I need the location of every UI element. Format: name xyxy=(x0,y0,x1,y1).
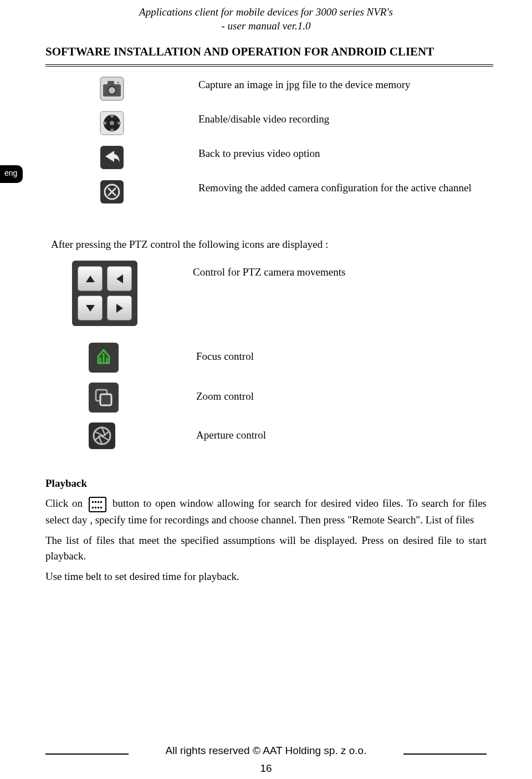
icon-row-remove: Removing the added camera configuration … xyxy=(100,180,532,204)
svg-point-11 xyxy=(117,121,121,125)
playback-section: Playback Click on button to open window … xyxy=(45,476,487,584)
icon-desc: Removing the added camera configuration … xyxy=(198,182,472,194)
icon-desc: Zoom control xyxy=(196,390,254,403)
page-footer: All rights reserved © AAT Holding sp. z … xyxy=(0,745,532,757)
ptz-down-button xyxy=(78,296,103,320)
icon-desc: Aperture control xyxy=(196,429,266,441)
aperture-icon xyxy=(89,422,115,449)
header-line-1: Applications client for mobile devices f… xyxy=(0,6,532,19)
icon-row-capture: Capture an image in jpg file to the devi… xyxy=(100,77,532,101)
ptz-row-pad: Control for PTZ camera movements xyxy=(72,261,532,326)
section-title: SOFTWARE INSTALLATION AND OPERATION FOR … xyxy=(45,45,532,59)
icon-row-record: Enable/disable video recording xyxy=(100,111,532,135)
svg-rect-16 xyxy=(100,394,111,405)
ptz-row-zoom: Zoom control xyxy=(89,383,532,413)
playback-p2: The list of files that meet the specifie… xyxy=(45,533,487,563)
svg-point-10 xyxy=(103,121,106,125)
svg-point-3 xyxy=(108,86,116,94)
icon-desc: Back to previus video option xyxy=(198,147,320,160)
ptz-intro-text: After pressing the PTZ control the follo… xyxy=(51,238,532,251)
icon-row-back: Back to previus video option xyxy=(100,145,532,170)
svg-point-4 xyxy=(117,82,119,84)
back-icon xyxy=(100,145,124,170)
icon-desc: Capture an image in jpg file to the devi… xyxy=(198,79,411,91)
zoom-icon xyxy=(89,383,119,413)
header-line-2: - user manual ver.1.0 xyxy=(0,19,532,33)
svg-point-9 xyxy=(110,129,114,132)
ptz-right-button xyxy=(107,296,132,320)
remove-icon xyxy=(100,180,124,204)
language-tab: eng xyxy=(0,165,23,183)
search-files-icon xyxy=(89,497,106,512)
ptz-left-button xyxy=(107,266,132,291)
playback-title: Playback xyxy=(45,476,487,491)
ptz-row-aperture: Aperture control xyxy=(89,422,532,449)
svg-rect-2 xyxy=(108,81,114,85)
playback-p1: Click on button to open window allowing … xyxy=(45,496,487,527)
ptz-pad-icon xyxy=(72,261,137,326)
playback-p1b: button to open window allowing for searc… xyxy=(45,497,487,526)
camera-icon xyxy=(100,77,124,101)
footer-rule-left xyxy=(45,753,129,755)
ptz-up-button xyxy=(78,266,103,291)
page-header: Applications client for mobile devices f… xyxy=(0,0,532,33)
icon-desc: Control for PTZ camera movements xyxy=(193,266,345,278)
svg-point-7 xyxy=(110,121,114,125)
record-icon xyxy=(100,111,124,135)
page-number: 16 xyxy=(0,762,532,775)
footer-text: All rights reserved © AAT Holding sp. z … xyxy=(166,745,367,756)
footer-rule-right xyxy=(403,753,487,755)
icon-desc: Focus control xyxy=(196,350,254,363)
svg-point-8 xyxy=(110,114,114,118)
playback-p3: Use time belt to set desired time for pl… xyxy=(45,569,487,584)
icon-desc: Enable/disable video recording xyxy=(198,113,329,125)
focus-icon xyxy=(89,343,119,373)
playback-p1a: Click on xyxy=(45,497,86,509)
ptz-row-focus: Focus control xyxy=(89,343,532,373)
section-rule xyxy=(45,64,493,67)
